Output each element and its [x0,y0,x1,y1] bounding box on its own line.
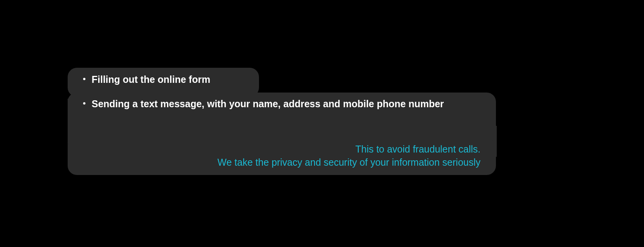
bullet-icon [83,102,85,105]
list-item-text: Filling out the online form [92,73,481,86]
notice-line: We take the privacy and security of your… [68,156,480,169]
notice-line: This to avoid fraudulent calls. [68,143,480,156]
privacy-notice: This to avoid fraudulent calls. We take … [68,143,496,169]
list-item: Filling out the online form [83,73,481,86]
list-item: Sending a text message, with your name, … [83,98,481,110]
bullet-list: Filling out the online form Sending a te… [83,73,481,110]
list-item-text: Sending a text message, with your name, … [92,98,481,110]
bullet-icon [83,78,85,80]
